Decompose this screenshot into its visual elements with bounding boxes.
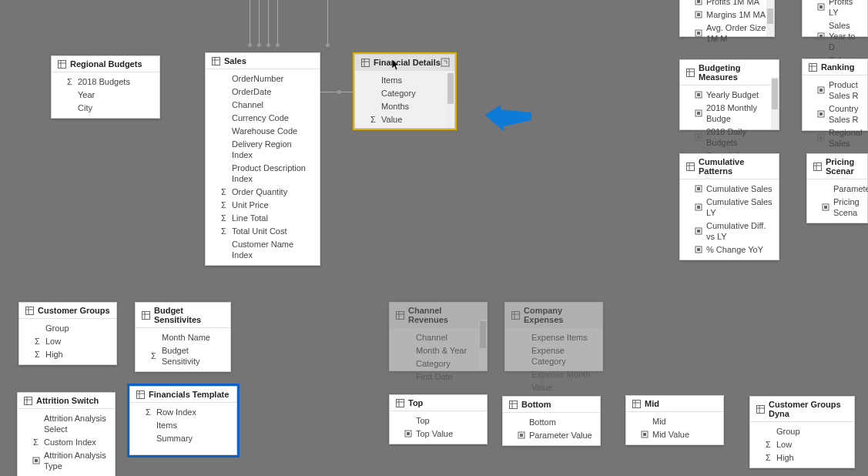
field-item[interactable]: Group — [19, 321, 116, 334]
field-item[interactable]: Group — [750, 424, 854, 437]
field-item[interactable]: Customer Name Index — [206, 237, 320, 261]
field-item[interactable]: City — [52, 101, 159, 114]
field-item[interactable]: Expense Category — [505, 344, 602, 367]
scrollbar[interactable] — [766, 0, 774, 36]
table-customer-groups[interactable]: Customer Groups Group ΣLow ΣHigh — [18, 302, 117, 365]
field-item[interactable]: Σ2018 Budgets — [52, 75, 159, 88]
table-customer-groups-dyna[interactable]: Customer Groups Dyna Group ΣLow ΣHigh — [749, 396, 855, 468]
field-item[interactable]: ΣCustom Index — [18, 435, 115, 448]
field-item[interactable]: First Date — [390, 370, 487, 383]
field-item[interactable]: Year — [52, 88, 159, 101]
field-label: Value — [531, 382, 552, 393]
field-item[interactable]: Cumulative Sales LY — [680, 195, 779, 219]
field-item[interactable]: Month & Year — [390, 344, 487, 357]
field-item[interactable]: ΣUnit Price — [206, 198, 320, 211]
field-item[interactable]: Pricing Scena — [807, 195, 867, 219]
field-item[interactable]: ΣBudget Sensitivity — [136, 344, 230, 367]
scroll-thumb[interactable] — [480, 321, 486, 348]
field-item[interactable]: Warehouse Code — [206, 124, 320, 137]
field-item[interactable]: Product Description Index — [206, 161, 320, 185]
field-item[interactable]: Country Sales R — [803, 102, 867, 126]
field-item[interactable]: ΣLine Total — [206, 211, 320, 224]
field-item[interactable]: OrderDate — [206, 85, 320, 98]
table-ranking[interactable]: Ranking Product Sales R Country Sales R … — [802, 59, 868, 131]
field-item[interactable]: Value — [505, 380, 602, 394]
field-item[interactable]: ΣValue — [355, 112, 454, 126]
scroll-thumb[interactable] — [772, 79, 778, 109]
field-item[interactable]: Currency Code — [206, 111, 320, 124]
field-item[interactable]: ΣOrder Quantity — [206, 185, 320, 198]
expand-icon[interactable] — [441, 58, 450, 67]
field-item[interactable]: Cumulative Diff. vs LY — [680, 219, 779, 243]
table-channel-revenues[interactable]: Channel Revenues Channel Month & Year Ca… — [389, 302, 488, 371]
field-item[interactable]: Bottom — [503, 415, 600, 428]
blank-icon — [519, 383, 528, 391]
field-item[interactable]: Top Value — [390, 427, 487, 440]
field-item[interactable]: ΣLow — [19, 334, 116, 347]
field-item[interactable]: Top — [390, 414, 487, 427]
table-measures-partial-1[interactable]: Profits 1M MA Margins 1M MA Avg. Order S… — [679, 0, 775, 37]
field-item[interactable]: Yearly Budget — [680, 88, 779, 101]
field-item[interactable]: Items — [355, 73, 454, 86]
field-item[interactable]: ΣHigh — [750, 451, 854, 464]
field-item[interactable]: OrderNumber — [206, 72, 320, 85]
blank-icon — [144, 421, 152, 429]
scroll-thumb[interactable] — [767, 8, 773, 24]
field-item[interactable]: Margins 1M MA — [680, 8, 774, 21]
field-item[interactable]: Month Name — [136, 330, 230, 344]
field-item[interactable]: Summary — [130, 431, 236, 444]
field-item[interactable]: Delivery Region Index — [206, 137, 320, 161]
table-attrition-switch[interactable]: Attrition Switch Attrition Analysis Sele… — [17, 392, 116, 476]
scroll-thumb[interactable] — [447, 73, 454, 104]
field-item[interactable]: ΣLow — [750, 437, 854, 451]
field-item[interactable]: Mid Value — [626, 427, 723, 441]
table-pricing-scenarios[interactable]: Pricing Scenar Parameter Pricing Scena — [806, 153, 868, 223]
table-cumulative-patterns[interactable]: Cumulative Patterns Cumulative Sales Cum… — [679, 153, 779, 260]
field-item[interactable]: 2018 Daily Budgets — [680, 125, 779, 149]
field-item[interactable]: Expense Month — [505, 367, 602, 380]
table-top[interactable]: Top Top Top Value — [389, 394, 488, 444]
field-item[interactable]: Items — [130, 418, 236, 431]
field-item[interactable]: Expense Items — [505, 330, 602, 344]
field-item[interactable]: ΣTotal Unit Cost — [206, 224, 320, 237]
table-sales[interactable]: Sales OrderNumber OrderDate Channel Curr… — [205, 52, 320, 266]
field-item[interactable]: Attrition Analysis Select — [18, 411, 115, 435]
field-item[interactable]: Category — [390, 357, 487, 370]
scrollbar[interactable] — [771, 77, 779, 129]
field-item[interactable]: Regional Sales — [803, 126, 867, 149]
field-item[interactable]: Channel — [206, 98, 320, 111]
table-regional-budgets[interactable]: Regional Budgets Σ2018 Budgets Year City — [51, 55, 160, 119]
field-item[interactable]: Cumulative Sales — [680, 182, 779, 195]
table-measures-partial-2[interactable]: Profits LY Sales Year to D Sales Year to… — [802, 0, 868, 37]
measure-icon — [640, 430, 648, 438]
field-item[interactable]: Profits LY — [803, 0, 867, 18]
table-company-expenses[interactable]: Company Expenses Expense Items Expense C… — [504, 302, 603, 371]
scrollbar[interactable] — [479, 320, 487, 370]
table-budget-sensitivities[interactable]: Budget Sensitivites Month Name ΣBudget S… — [135, 302, 231, 372]
field-item[interactable]: Mid — [626, 414, 723, 427]
field-item[interactable]: ΣHigh — [19, 347, 116, 360]
table-title: Channel Revenues — [408, 306, 481, 324]
field-item[interactable]: Category — [355, 86, 454, 99]
table-budgeting-measures[interactable]: Budgeting Measures Yearly Budget 2018 Mo… — [679, 59, 779, 130]
measure-icon — [816, 2, 825, 11]
field-item[interactable]: Avg. Order Size 1M M — [680, 21, 774, 45]
field-item[interactable]: ΣRow Index — [130, 405, 236, 418]
scrollbar[interactable] — [447, 72, 454, 128]
table-financial-details[interactable]: Financial Details Items Category Months … — [354, 54, 455, 129]
field-item[interactable]: Product Sales R — [803, 78, 867, 102]
table-mid[interactable]: Mid Mid Mid Value — [625, 395, 724, 445]
field-item[interactable]: Sales Year to D — [803, 18, 867, 53]
field-item[interactable]: Months — [355, 99, 454, 112]
field-item[interactable]: % Change YoY — [680, 243, 779, 256]
table-bottom[interactable]: Bottom Bottom Parameter Value — [502, 396, 601, 446]
table-title: Top — [408, 398, 423, 407]
field-item[interactable]: Channel — [390, 330, 487, 344]
field-item[interactable]: Parameter Value — [503, 428, 600, 441]
field-item[interactable]: 2018 Monthly Budge — [680, 101, 779, 125]
field-item[interactable]: Attrition Analysis Type — [18, 448, 115, 472]
field-item[interactable]: Profits 1M MA — [680, 0, 774, 8]
field-item[interactable]: Parameter — [807, 182, 867, 195]
table-title: Ranking — [821, 62, 854, 72]
table-financials-template[interactable]: Financials Template ΣRow Index Items Sum… — [129, 386, 237, 455]
